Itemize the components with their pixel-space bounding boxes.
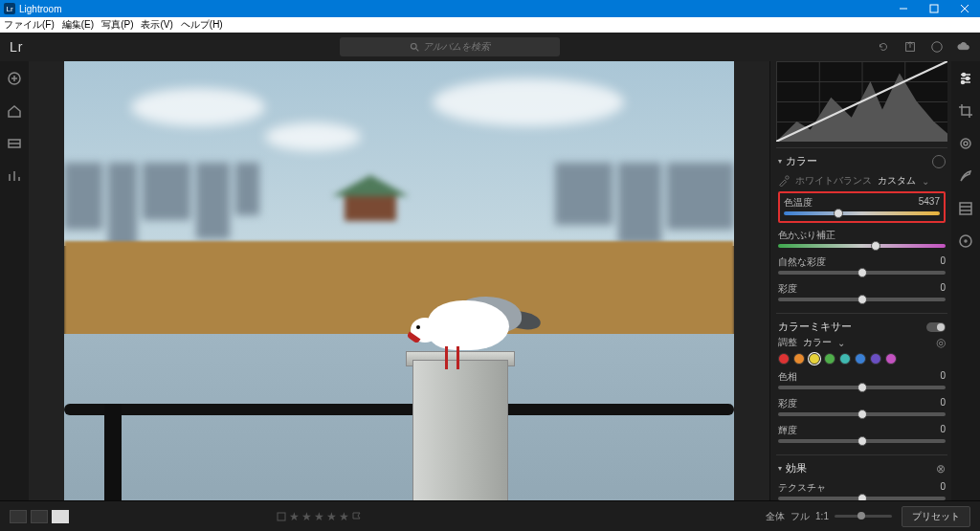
mixer-hue-slider[interactable]: 色相0 <box>778 370 946 389</box>
photo-canvas[interactable] <box>64 61 734 500</box>
texture-slider[interactable]: テクスチャ0 <box>778 481 946 500</box>
detail-view-button[interactable] <box>52 510 69 523</box>
histogram[interactable] <box>776 61 947 142</box>
search-input[interactable]: アルバムを検索 <box>340 37 560 56</box>
temperature-value[interactable]: 5437 <box>919 196 940 210</box>
vibrance-label: 自然な彩度 <box>778 255 826 269</box>
menu-photo[interactable]: 写真(P) <box>101 18 133 32</box>
compare-view-button[interactable] <box>31 510 48 523</box>
chevron-down-icon[interactable]: ⌄ <box>922 176 929 187</box>
saturation-value[interactable]: 0 <box>940 282 946 296</box>
cloud-icon[interactable] <box>957 40 970 54</box>
brush-icon[interactable] <box>958 168 973 184</box>
chevron-down-icon: ▾ <box>778 464 782 473</box>
chevron-down-icon[interactable]: ⌄ <box>837 338 845 348</box>
zoom-slider[interactable] <box>835 515 892 518</box>
window-minimize-button[interactable] <box>888 0 919 17</box>
section-color: ▾ カラー ホワイトバランス カスタム ⌄ 色温度 5437 <box>776 147 947 313</box>
window-close-button[interactable] <box>949 0 980 17</box>
svg-rect-1 <box>930 5 938 12</box>
flag-reject-icon[interactable] <box>276 511 287 522</box>
menu-help[interactable]: ヘルプ(H) <box>181 18 223 32</box>
grid-view-button[interactable] <box>10 510 27 523</box>
people-icon[interactable] <box>7 168 22 184</box>
chevron-down-icon: ▾ <box>778 157 782 166</box>
swatch-yellow[interactable] <box>809 353 820 365</box>
menu-file[interactable]: ファイル(F) <box>4 18 55 32</box>
mixer-sat-value[interactable]: 0 <box>940 397 946 410</box>
mixer-lum-slider[interactable]: 輝度0 <box>778 424 946 443</box>
app-logo: Lr <box>10 39 23 55</box>
swatch-green[interactable] <box>824 353 835 365</box>
swatch-blue[interactable] <box>855 353 866 365</box>
zoom-fit-button[interactable]: 全体 <box>766 510 785 523</box>
menu-view[interactable]: 表示(V) <box>141 18 172 32</box>
share-icon[interactable] <box>903 40 917 54</box>
tint-label: 色かぶり補正 <box>778 229 835 242</box>
swatch-aqua[interactable] <box>839 353 851 365</box>
edit-sliders-icon[interactable] <box>958 71 973 86</box>
home-icon[interactable] <box>7 103 22 119</box>
svg-line-5 <box>416 48 419 51</box>
zoom-1to1-button[interactable]: 1:1 <box>815 511 829 521</box>
menu-edit[interactable]: 編集(E) <box>62 18 94 32</box>
svg-point-23 <box>967 77 969 80</box>
temperature-slider[interactable]: 色温度 5437 <box>784 196 940 215</box>
vibrance-value[interactable]: 0 <box>940 255 946 269</box>
mixer-adjust-mode[interactable]: カラー <box>803 336 832 349</box>
swatch-purple[interactable] <box>870 353 881 365</box>
add-icon[interactable] <box>7 71 22 86</box>
mixer-hue-value[interactable]: 0 <box>940 370 946 384</box>
app-topbar: Lr アルバムを検索 <box>0 33 980 61</box>
section-effects: ▾ 効果 ⊗ テクスチャ0 明瞭度0 <box>776 454 947 500</box>
saturation-slider[interactable]: 彩度 0 <box>778 282 946 301</box>
wb-preset[interactable]: カスタム <box>878 174 916 188</box>
section-mixer-header[interactable]: カラーミキサー <box>778 320 946 334</box>
zoom-fill-button[interactable]: フル <box>791 510 810 523</box>
section-effects-header[interactable]: ▾ 効果 ⊗ <box>778 461 946 476</box>
section-color-header[interactable]: ▾ カラー <box>778 154 946 168</box>
mixer-sat-slider[interactable]: 彩度0 <box>778 397 946 416</box>
learn-icon[interactable] <box>7 136 22 151</box>
view-mode-buttons <box>10 510 69 523</box>
mixer-lum-label: 輝度 <box>778 424 797 437</box>
svg-point-24 <box>962 81 965 84</box>
mixer-toggle[interactable] <box>926 322 946 332</box>
mixer-target-icon[interactable]: ◎ <box>936 336 946 349</box>
wb-label: ホワイトバランス <box>795 174 872 188</box>
right-tool-rail <box>951 61 980 500</box>
preset-button[interactable]: プリセット <box>902 506 970 527</box>
edit-panel: ▾ カラー ホワイトバランス カスタム ⌄ 色温度 5437 <box>769 61 951 500</box>
swatch-red[interactable] <box>778 353 790 365</box>
eyedropper-icon[interactable] <box>778 175 790 187</box>
bottom-bar: ★★★★★ 全体 フル 1:1 プリセット <box>0 500 980 531</box>
heal-icon[interactable] <box>958 136 973 151</box>
radial-icon[interactable] <box>958 233 973 249</box>
tag-icon[interactable] <box>930 40 944 54</box>
mixer-lum-value[interactable]: 0 <box>940 424 946 437</box>
color-bw-toggle-icon[interactable] <box>932 155 946 168</box>
zoom-controls: 全体 フル 1:1 <box>766 510 892 523</box>
section-effects-title: 効果 <box>786 461 807 476</box>
window-title: Lightroom <box>19 4 61 14</box>
mixer-adjust-label: 調整 <box>778 336 797 349</box>
svg-point-31 <box>965 240 967 242</box>
swatch-magenta[interactable] <box>885 353 897 365</box>
undo-icon[interactable] <box>877 40 890 54</box>
window-titlebar: Lr Lightroom <box>0 0 980 17</box>
tint-slider[interactable]: 色かぶり補正 <box>778 229 946 248</box>
vibrance-slider[interactable]: 自然な彩度 0 <box>778 255 946 275</box>
texture-label: テクスチャ <box>778 481 826 495</box>
reset-icon[interactable]: ⊗ <box>936 462 946 476</box>
texture-value[interactable]: 0 <box>940 481 946 495</box>
svg-rect-32 <box>278 513 285 520</box>
section-color-mixer: カラーミキサー 調整 カラー ⌄ ◎ <box>776 313 947 454</box>
gradient-icon[interactable] <box>958 201 973 216</box>
menubar: ファイル(F) 編集(E) 写真(P) 表示(V) ヘルプ(H) <box>0 17 980 33</box>
swatch-orange[interactable] <box>793 353 805 365</box>
flag-pick-icon[interactable] <box>351 511 363 522</box>
left-tool-rail <box>0 61 29 500</box>
rating-stars[interactable]: ★★★★★ <box>276 510 363 523</box>
window-maximize-button[interactable] <box>919 0 949 17</box>
crop-icon[interactable] <box>958 103 973 119</box>
